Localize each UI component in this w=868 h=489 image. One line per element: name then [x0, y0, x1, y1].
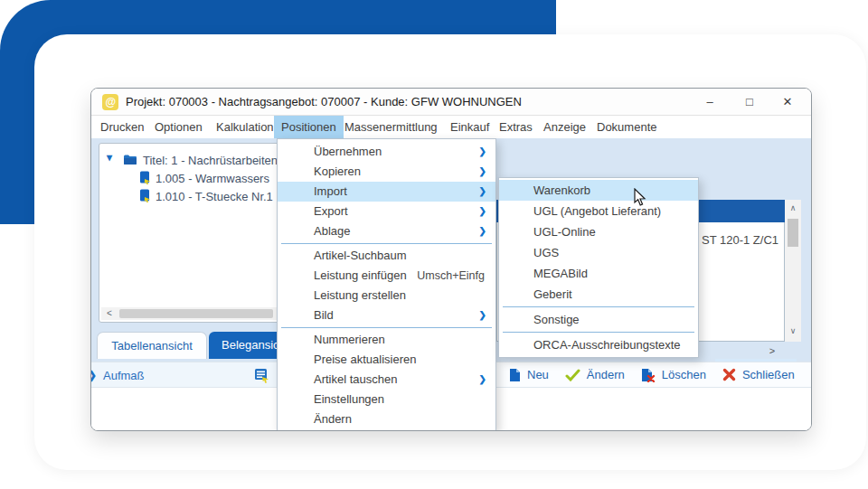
- neu-button[interactable]: Neu: [509, 368, 549, 382]
- tab-tabellenansicht[interactable]: Tabellenansicht: [97, 332, 207, 359]
- description-vertical-scrollbar[interactable]: ∧ ∨: [785, 200, 801, 342]
- menu-item-bild[interactable]: Bild❯: [278, 306, 495, 325]
- positionen-dropdown-menu: Übernehmen❯ Kopieren❯ Import❯ Export❯ Ab…: [277, 138, 496, 431]
- submenu-item-ugs[interactable]: UGS: [499, 242, 698, 263]
- schliessen-label: Schließen: [742, 368, 795, 381]
- folder-icon: [123, 154, 137, 165]
- chevron-down-icon[interactable]: ▾: [107, 151, 112, 164]
- position-document-icon: [139, 171, 152, 184]
- loeschen-button[interactable]: Löschen: [641, 368, 706, 382]
- titlebar: @ Projekt: 070003 - Nachtragsangebot: 07…: [91, 89, 811, 116]
- tree-node-label[interactable]: 1.010 - T-Stuecke Nr.1: [156, 188, 273, 206]
- menu-item-ablage[interactable]: Ablage❯: [278, 221, 495, 241]
- submenu-arrow-icon: ❯: [479, 162, 486, 182]
- submenu-item-megabild[interactable]: MEGABild: [499, 263, 698, 284]
- scrollbar-thumb[interactable]: [119, 309, 273, 318]
- menu-item-leistung-erstellen[interactable]: Leistung erstellen: [278, 286, 495, 306]
- maximize-button[interactable]: □: [731, 89, 768, 115]
- menu-item-leistung-einfuegen[interactable]: Leistung einfügenUmsch+Einfg: [278, 266, 495, 286]
- menu-item-artikel-tauschen[interactable]: Artikel tauschen❯: [278, 370, 495, 390]
- mouse-cursor: [634, 188, 647, 206]
- submenu-arrow-icon: ❯: [479, 306, 486, 325]
- submenu-item-sonstige[interactable]: Sonstige: [499, 309, 698, 330]
- menu-item-import[interactable]: Import❯: [278, 182, 495, 202]
- neu-label: Neu: [527, 368, 549, 381]
- menu-item-nummerieren[interactable]: Nummerieren: [278, 330, 495, 350]
- scrollbar-thumb[interactable]: [788, 219, 798, 247]
- page-canvas: @ Projekt: 070003 - Nachtragsangebot: 07…: [0, 0, 868, 489]
- submenu-item-orca-ausschreibungstexte[interactable]: ORCA-Ausschreibungstexte: [499, 334, 698, 355]
- checkmark-icon: [565, 369, 580, 381]
- menubar-item-optionen[interactable]: Optionen: [147, 116, 210, 138]
- scroll-left-icon[interactable]: <: [103, 307, 116, 320]
- app-logo-icon: @: [102, 94, 118, 110]
- menu-item-kopieren[interactable]: Kopieren❯: [278, 162, 495, 182]
- scroll-right-icon[interactable]: >: [764, 344, 780, 357]
- measurement-sheet-icon[interactable]: [254, 368, 269, 383]
- menubar-item-positionen[interactable]: Positionen: [274, 116, 344, 138]
- menubar-item-dokumente[interactable]: Dokumente: [590, 116, 664, 138]
- scroll-up-icon[interactable]: ∧: [785, 202, 801, 214]
- submenu-arrow-icon: ❯: [479, 202, 486, 221]
- submenu-arrow-icon: ❯: [479, 221, 486, 241]
- menubar-item-extras[interactable]: Extras: [492, 116, 540, 138]
- submenu-item-warenkorb[interactable]: Warenkorb: [499, 180, 698, 201]
- menubar-item-anzeige[interactable]: Anzeige: [536, 116, 593, 138]
- close-button[interactable]: ✕: [769, 89, 806, 115]
- menubar: Drucken Optionen Kalkulation Positionen …: [91, 116, 811, 138]
- loeschen-label: Löschen: [662, 368, 706, 381]
- menubar-item-einkauf[interactable]: Einkauf: [443, 116, 496, 138]
- delete-document-icon: [641, 368, 656, 382]
- aendern-button[interactable]: Ändern: [565, 368, 625, 381]
- tree-node-label[interactable]: Titel: 1 - Nachrüstarbeiten: [143, 152, 278, 170]
- menubar-item-massenermittlung[interactable]: Massenermittlung: [337, 116, 445, 138]
- app-window: @ Projekt: 070003 - Nachtragsangebot: 07…: [90, 88, 812, 431]
- close-x-icon: [722, 368, 736, 381]
- shortcut-label: Umsch+Einfg: [417, 266, 485, 286]
- submenu-arrow-icon: ❯: [479, 182, 486, 202]
- menu-item-preise-aktualisieren[interactable]: Preise aktualisieren: [278, 350, 495, 370]
- window-title: Projekt: 070003 - Nachtragsangebot: 0700…: [126, 89, 522, 116]
- new-document-icon: [509, 368, 521, 382]
- submenu-arrow-icon: ❯: [479, 142, 486, 162]
- chevron-right-icon[interactable]: ❯: [90, 369, 97, 381]
- import-submenu: Warenkorb UGL (Angebot Lieferant) UGL-On…: [498, 177, 699, 358]
- schliessen-button[interactable]: Schließen: [722, 368, 795, 381]
- menu-separator: [499, 305, 698, 309]
- menu-separator: [499, 330, 698, 334]
- menu-item-artikel-suchbaum[interactable]: Artikel-Suchbaum: [278, 246, 495, 266]
- submenu-arrow-icon: ❯: [479, 370, 486, 390]
- aufmass-label: Aufmaß: [103, 362, 145, 389]
- tree-node-label[interactable]: 1.005 - Warmwassers: [156, 170, 269, 188]
- aendern-label: Ändern: [587, 368, 625, 381]
- minimize-button[interactable]: –: [692, 89, 728, 115]
- submenu-item-ugl-angebot-lieferant[interactable]: UGL (Angebot Lieferant): [499, 201, 698, 221]
- submenu-item-geberit[interactable]: Geberit: [499, 284, 698, 305]
- menu-item-einstellungen[interactable]: Einstellungen: [278, 390, 495, 409]
- menu-item-export[interactable]: Export❯: [278, 202, 495, 221]
- menubar-item-drucken[interactable]: Drucken: [93, 116, 151, 138]
- action-bar: Neu Ändern Löschen: [496, 362, 812, 388]
- description-text: ST 120-1 Z/C1: [702, 233, 778, 247]
- position-document-icon: [139, 189, 152, 202]
- menubar-item-kalkulation[interactable]: Kalkulation: [209, 116, 281, 138]
- submenu-item-ugl-online[interactable]: UGL-Online: [499, 221, 698, 242]
- scroll-down-icon[interactable]: ∨: [785, 324, 801, 337]
- menu-item-aendern[interactable]: Ändern: [278, 409, 495, 429]
- menu-item-uebernehmen[interactable]: Übernehmen❯: [278, 142, 495, 162]
